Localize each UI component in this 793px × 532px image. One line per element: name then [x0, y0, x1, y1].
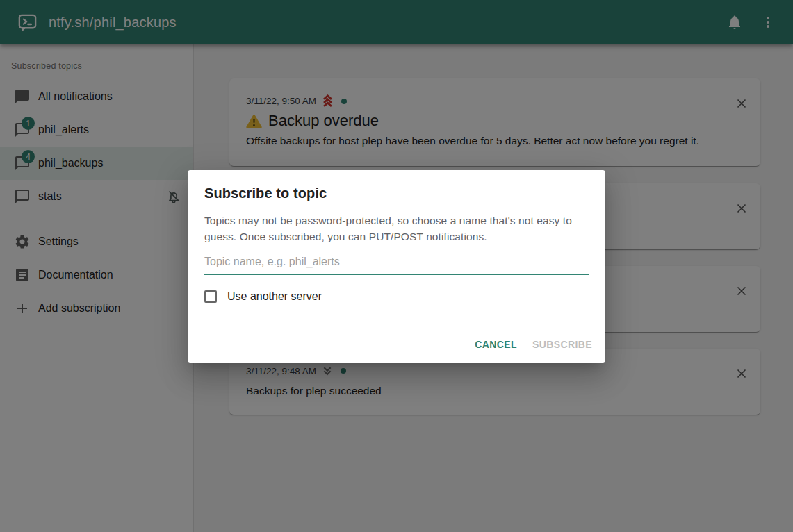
use-another-server-checkbox[interactable] — [204, 290, 217, 303]
cancel-button[interactable]: CANCEL — [467, 333, 525, 356]
dialog-description: Topics may not be password-protected, so… — [204, 213, 589, 245]
topic-name-input[interactable] — [204, 251, 589, 275]
subscribe-dialog: Subscribe to topic Topics may not be pas… — [188, 170, 605, 363]
dialog-actions: CANCEL SUBSCRIBE — [467, 333, 600, 356]
checkbox-label: Use another server — [227, 290, 322, 303]
use-another-server-option[interactable]: Use another server — [204, 290, 589, 303]
dialog-title: Subscribe to topic — [204, 185, 589, 201]
subscribe-button[interactable]: SUBSCRIBE — [525, 333, 600, 356]
